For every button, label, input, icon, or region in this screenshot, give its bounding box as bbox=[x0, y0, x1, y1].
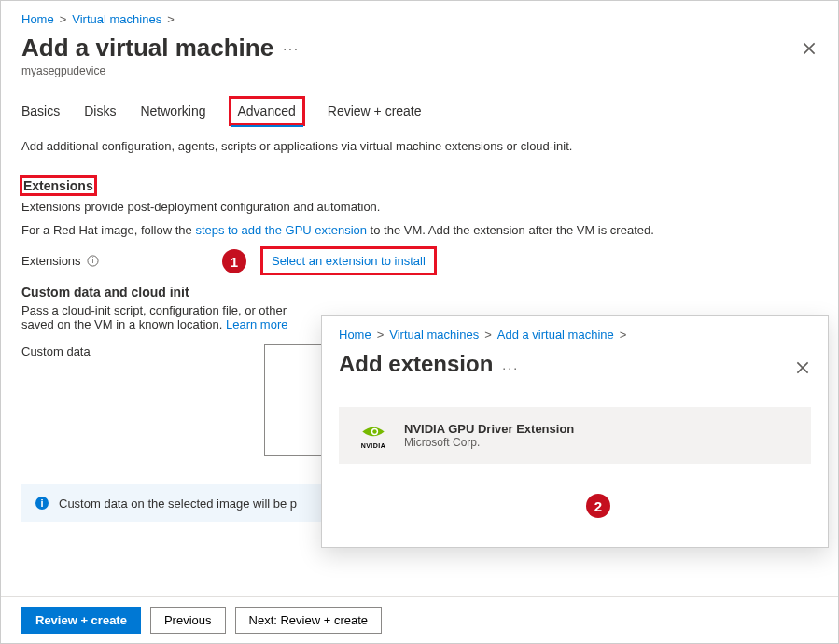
nvidia-logo-icon: NVIDIA bbox=[356, 423, 391, 449]
footer: Review + create Previous Next: Review + … bbox=[1, 596, 838, 643]
info-bar-text: Custom data on the selected image will b… bbox=[59, 497, 297, 511]
chevron-right-icon: > bbox=[60, 12, 67, 26]
svg-text:i: i bbox=[91, 256, 93, 265]
extensions-field-label: Extensions bbox=[21, 254, 81, 268]
chevron-right-icon: > bbox=[167, 12, 175, 26]
extensions-description: Extensions provide post-deployment confi… bbox=[21, 200, 818, 214]
breadcrumb-home[interactable]: Home bbox=[21, 12, 54, 26]
svg-point-5 bbox=[372, 429, 376, 433]
section-title-extensions: Extensions bbox=[21, 177, 95, 194]
breadcrumb-vms[interactable]: Virtual machines bbox=[72, 12, 161, 26]
extension-card-nvidia[interactable]: NVIDIA NVIDIA GPU Driver Extension Micro… bbox=[339, 407, 811, 464]
redhat-prefix: For a Red Hat image, follow the bbox=[21, 223, 195, 237]
previous-button[interactable]: Previous bbox=[150, 607, 226, 634]
page-title: Add a virtual machine bbox=[21, 34, 273, 63]
custom-text-2: saved on the VM in a known location. bbox=[21, 317, 226, 331]
select-extension-link[interactable]: Select an extension to install bbox=[272, 254, 426, 268]
nvidia-logo-text: NVIDIA bbox=[361, 442, 386, 449]
tab-basics[interactable]: Basics bbox=[21, 98, 60, 124]
section-title-custom-data: Custom data and cloud init bbox=[21, 285, 818, 300]
panel-bc-home[interactable]: Home bbox=[339, 328, 371, 342]
redhat-note: For a Red Hat image, follow the steps to… bbox=[21, 223, 818, 237]
info-icon: i bbox=[35, 496, 49, 511]
extension-name: NVIDIA GPU Driver Extension bbox=[404, 422, 574, 436]
svg-text:i: i bbox=[40, 497, 43, 509]
custom-text-1: Pass a cloud-init script, configuration … bbox=[21, 303, 287, 317]
panel-bc-vms[interactable]: Virtual machines bbox=[389, 328, 479, 342]
chevron-right-icon: > bbox=[377, 328, 385, 342]
gpu-steps-link[interactable]: steps to add the GPU extension bbox=[195, 223, 367, 237]
panel-breadcrumb: Home > Virtual machines > Add a virtual … bbox=[339, 328, 811, 342]
learn-more-link[interactable]: Learn more bbox=[226, 317, 287, 331]
chevron-right-icon: > bbox=[620, 328, 627, 342]
close-icon[interactable] bbox=[801, 40, 818, 57]
redhat-suffix: to the VM. Add the extension after the V… bbox=[367, 223, 654, 237]
callout-badge-1: 1 bbox=[222, 249, 246, 273]
more-icon[interactable]: ··· bbox=[502, 360, 519, 375]
extension-publisher: Microsoft Corp. bbox=[404, 436, 574, 449]
next-button[interactable]: Next: Review + create bbox=[235, 607, 383, 634]
chevron-right-icon: > bbox=[484, 328, 492, 342]
tabs: Basics Disks Networking Advanced Review … bbox=[21, 98, 818, 124]
tab-networking[interactable]: Networking bbox=[140, 98, 205, 124]
add-extension-panel: Home > Virtual machines > Add a virtual … bbox=[321, 315, 829, 548]
close-icon[interactable] bbox=[794, 359, 811, 376]
panel-bc-add[interactable]: Add a virtual machine bbox=[497, 328, 614, 342]
tab-disks[interactable]: Disks bbox=[84, 98, 116, 124]
info-icon[interactable]: i bbox=[87, 255, 99, 267]
callout-badge-2: 2 bbox=[586, 494, 610, 518]
tab-advanced[interactable]: Advanced bbox=[231, 98, 303, 124]
panel-title: Add extension bbox=[339, 351, 493, 377]
breadcrumb: Home > Virtual machines > bbox=[21, 12, 818, 26]
custom-data-field-label: Custom data bbox=[21, 344, 91, 358]
device-name: myasegpudevice bbox=[21, 64, 818, 77]
review-create-button[interactable]: Review + create bbox=[21, 607, 141, 634]
tab-description: Add additional configuration, agents, sc… bbox=[21, 139, 818, 153]
more-icon[interactable]: ··· bbox=[283, 41, 300, 56]
tab-review[interactable]: Review + create bbox=[328, 98, 422, 124]
